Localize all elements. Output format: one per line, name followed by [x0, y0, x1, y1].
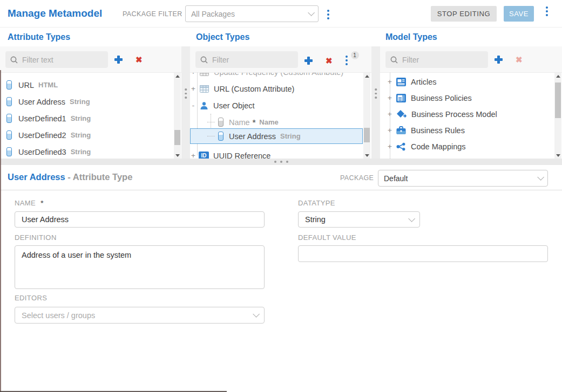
tree-item[interactable]: + Business Rules: [380, 122, 554, 139]
model-tree-scrollbar[interactable]: [554, 73, 561, 159]
delete-object-type-icon[interactable]: ✖: [326, 57, 333, 65]
object-types-menu-icon[interactable]: 1: [346, 56, 348, 65]
expand-icon[interactable]: +: [387, 110, 393, 118]
selected-item-name: User Address: [8, 172, 65, 182]
delete-model-type-icon-disabled[interactable]: ✖: [516, 56, 523, 64]
attribute-filter-input[interactable]: [22, 56, 103, 64]
delete-attribute-type-icon[interactable]: ✖: [136, 56, 143, 64]
package-filter-select[interactable]: All Packages: [185, 5, 319, 22]
scrollbar-thumb[interactable]: [555, 82, 561, 118]
manage-metamodel-page: Manage Metamodel PACKAGE FILTER All Pack…: [0, 0, 562, 392]
user-icon: [200, 101, 208, 110]
attribute-column-icon: [6, 147, 12, 156]
toolbar-menu-icon[interactable]: [546, 6, 548, 16]
top-toolbar: Manage Metamodel PACKAGE FILTER All Pack…: [0, 0, 562, 27]
chevron-down-icon: [308, 9, 315, 16]
package-filter-label: PACKAGE FILTER: [123, 10, 182, 18]
model-filter-box[interactable]: [385, 51, 488, 68]
name-label: NAME *: [15, 199, 46, 207]
datatype-value: String: [305, 215, 326, 224]
tree-item[interactable]: - User Object: [190, 97, 363, 114]
scroll-down-icon[interactable]: [174, 152, 181, 159]
model-types-filter-bar: ✖: [380, 46, 562, 73]
item-datatype: String: [280, 132, 301, 140]
scroll-down-icon[interactable]: [554, 152, 561, 159]
scrollbar-thumb[interactable]: [364, 128, 370, 142]
stop-editing-button[interactable]: STOP EDITING: [431, 6, 497, 22]
expand-icon[interactable]: +: [190, 73, 197, 76]
list-item[interactable]: User AddressString: [0, 93, 174, 110]
item-name: UserDefined1: [18, 114, 66, 123]
name-field[interactable]: [15, 211, 265, 228]
tree-item-clipped[interactable]: + Update Frequency (Custom Attribute): [190, 73, 363, 80]
item-name: URL: [18, 81, 34, 90]
tree-item[interactable]: + ID UUID Reference: [190, 147, 363, 159]
item-datatype: String: [70, 98, 90, 106]
scrollbar-thumb[interactable]: [174, 130, 180, 145]
object-tree-scrollbar[interactable]: [363, 73, 370, 159]
tree-item[interactable]: + Business Policies: [380, 90, 554, 106]
list-item[interactable]: UserDefined3String: [0, 143, 174, 159]
chevron-down-icon: [408, 215, 415, 222]
editors-select[interactable]: Select users / groups: [15, 307, 265, 324]
tree-item[interactable]: + Business Process Model: [380, 106, 554, 122]
share-nodes-icon: [396, 142, 406, 151]
tree-item[interactable]: + Articles: [380, 73, 554, 90]
object-types-tree: + Update Frequency (Custom Attribute) + …: [190, 73, 363, 159]
expand-icon[interactable]: +: [387, 94, 393, 102]
drag-handle-icon: [375, 88, 377, 99]
datatype-select[interactable]: String: [298, 211, 420, 228]
item-name: Code Mappings: [411, 142, 466, 151]
item-datatype: String: [71, 114, 91, 122]
definition-textarea[interactable]: Address of a user in the system: [15, 245, 265, 289]
item-datatype: String: [71, 148, 91, 156]
tree-item-clipped[interactable]: + aB Code Sets: [380, 154, 554, 159]
attribute-filter-box[interactable]: [5, 51, 108, 68]
list-item[interactable]: URLHTML: [0, 77, 174, 93]
scroll-up-icon[interactable]: [554, 73, 561, 80]
save-button[interactable]: SAVE: [504, 6, 534, 22]
editors-label: EDITORS: [15, 294, 47, 302]
attribute-column-icon: [6, 97, 12, 106]
add-object-type-icon[interactable]: [304, 57, 313, 65]
collapse-icon[interactable]: -: [190, 101, 197, 109]
tree-item-selected[interactable]: User Address String: [190, 128, 363, 145]
horizontal-splitter[interactable]: [0, 159, 562, 165]
attribute-list-scrollbar[interactable]: [174, 73, 181, 159]
package-select[interactable]: Default: [378, 170, 548, 187]
object-filter-input[interactable]: [212, 56, 293, 64]
expand-icon[interactable]: +: [387, 142, 393, 150]
list-item[interactable]: UserDefined2String: [0, 127, 174, 143]
expand-icon[interactable]: +: [190, 85, 197, 93]
package-filter-menu-icon[interactable]: [327, 10, 329, 19]
panel-splitter[interactable]: [181, 46, 190, 159]
scroll-down-icon[interactable]: [363, 152, 370, 159]
item-datatype: String: [71, 131, 91, 139]
object-types-filter-bar: ✖ 1: [190, 46, 371, 73]
add-attribute-type-icon[interactable]: [114, 56, 123, 64]
list-item[interactable]: UserDefined1String: [0, 110, 174, 127]
package-filter-value: All Packages: [191, 10, 235, 18]
detail-header: User Address - Attribute Type PACKAGE De…: [0, 165, 562, 190]
model-filter-input[interactable]: [402, 56, 483, 64]
item-name: Articles: [411, 78, 437, 86]
model-types-panel: Model Types ✖ + Articles + Business Poli…: [380, 27, 562, 159]
add-model-type-icon[interactable]: [495, 56, 503, 64]
object-filter-box[interactable]: [195, 51, 298, 68]
menu-count-badge: 1: [351, 51, 359, 59]
panel-splitter[interactable]: [371, 46, 380, 159]
datatype-label: DATATYPE: [298, 199, 335, 207]
tree-item[interactable]: + URL (Custom Attribute): [190, 80, 363, 97]
tree-item[interactable]: + Code Mappings: [380, 138, 554, 155]
attribute-types-list: URLHTML User AddressString UserDefined1S…: [0, 73, 174, 159]
tree-elbow-line: [207, 122, 215, 122]
scroll-up-icon[interactable]: [363, 73, 370, 80]
expand-icon[interactable]: +: [387, 126, 393, 134]
table-icon: [200, 73, 209, 76]
article-icon: [396, 78, 406, 86]
scroll-up-icon[interactable]: [174, 73, 181, 80]
default-value-field[interactable]: [298, 245, 548, 262]
attribute-column-icon: [218, 132, 224, 141]
expand-icon[interactable]: +: [387, 78, 393, 86]
expand-icon[interactable]: +: [190, 152, 197, 159]
